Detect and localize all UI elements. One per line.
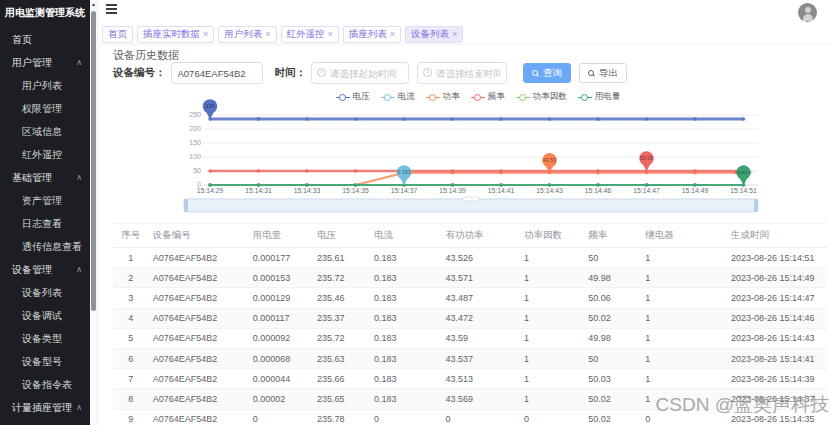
table-row: 9A0764EAF54B20235.7800050.0202023-08-26 …: [113, 409, 827, 425]
close-icon[interactable]: ×: [265, 29, 270, 39]
column-header: 频率: [584, 224, 641, 248]
x-tick-label: 15:14:31: [245, 187, 272, 194]
table-cell: 9: [113, 409, 149, 425]
search-button-label: 查询: [543, 67, 562, 80]
table-cell: 49.98: [584, 328, 641, 348]
sidebar-item[interactable]: 设备调试: [0, 304, 90, 327]
table-cell: 235.37: [313, 308, 370, 328]
sidebar-item[interactable]: 用户管理∧: [0, 51, 90, 74]
table-cell: 0: [441, 409, 520, 425]
data-point: [208, 183, 212, 187]
sidebar-item[interactable]: 用户列表: [0, 74, 90, 97]
tab[interactable]: 用户列表×: [218, 26, 276, 43]
table-cell: 50.02: [584, 308, 641, 328]
column-header: 功率因数: [520, 224, 584, 248]
table-cell: A0764EAF54B2: [149, 248, 249, 268]
column-header: 生成时间: [727, 224, 827, 248]
sidebar-item[interactable]: 设备列表: [0, 281, 90, 304]
tab[interactable]: 插座实时数据×: [137, 26, 214, 43]
table-cell: 3: [113, 288, 149, 308]
end-time-input[interactable]: [417, 62, 507, 84]
sidebar-item[interactable]: 资产管理: [0, 189, 90, 212]
marker-pin-电压: 236: [203, 99, 217, 119]
sidebar-item[interactable]: 计量插座管理∧: [0, 396, 90, 419]
table-cell: 0.00002: [249, 389, 313, 409]
table-cell: 0.000129: [249, 288, 313, 308]
hamburger-icon[interactable]: [106, 4, 117, 6]
table-cell: 2023-08-26 15:14:39: [727, 369, 827, 389]
table-cell: 235.66: [313, 369, 370, 389]
sidebar-item-label: 资产管理: [22, 195, 62, 206]
tab[interactable]: 设备列表×: [405, 26, 463, 43]
table-row: 1A0764EAF54B20.000177235.610.18343.52615…: [113, 248, 827, 268]
history-chart: 05010015020025015:14:2915:14:3115:14:331…: [178, 97, 778, 217]
sidebar-item[interactable]: 设备型号: [0, 350, 90, 373]
sidebar-item[interactable]: 透传信息查看: [0, 235, 90, 258]
sidebar-item[interactable]: 设备指令表: [0, 373, 90, 396]
tab-label: 用户列表: [224, 28, 262, 41]
data-point: [499, 169, 503, 173]
data-point: [645, 117, 649, 121]
table-cell: 235.72: [313, 328, 370, 348]
sidebar-item-label: 用户管理: [12, 57, 52, 68]
marker-label: 236: [206, 103, 215, 109]
search-button[interactable]: 查询: [523, 63, 571, 83]
table-cell: 0: [641, 409, 727, 425]
table-cell: 43.487: [441, 288, 520, 308]
table-cell: 1: [520, 308, 584, 328]
close-icon[interactable]: ×: [452, 29, 457, 39]
datazoom-slider[interactable]: [184, 197, 758, 212]
table-cell: 0.000044: [249, 369, 313, 389]
tab[interactable]: 红外遥控×: [281, 26, 339, 43]
sidebar-item[interactable]: 区域信息: [0, 120, 90, 143]
tab[interactable]: 插座列表×: [343, 26, 401, 43]
x-tick-label: 15:14:46: [585, 187, 612, 194]
table-cell: 0.183: [370, 248, 441, 268]
page-title: 设备历史数据: [113, 48, 179, 63]
close-icon[interactable]: ×: [203, 29, 208, 39]
column-header: 电流: [370, 224, 441, 248]
data-point: [208, 169, 212, 173]
sidebar-item[interactable]: 首页: [0, 28, 90, 51]
start-time-input[interactable]: [311, 62, 409, 84]
sidebar-item[interactable]: 日志查看: [0, 212, 90, 235]
data-point: [742, 117, 746, 121]
data-point: [305, 169, 309, 173]
sidebar-item[interactable]: 设备类型: [0, 327, 90, 350]
close-icon[interactable]: ×: [390, 29, 395, 39]
sidebar-item-label: 透传信息查看: [22, 241, 82, 252]
scrollbar-up-arrow-icon[interactable]: ▲: [90, 0, 97, 9]
close-icon[interactable]: ×: [328, 29, 333, 39]
table-header-row: 序号设备编号用电量电压电流有功功率功率因数频率继电器生成时间: [113, 224, 827, 248]
sidebar-item-label: 首页: [12, 34, 32, 45]
sidebar-item[interactable]: 基础管理∧: [0, 166, 90, 189]
table-cell: 0.000177: [249, 248, 313, 268]
sidebar-scrollbar[interactable]: ▲: [90, 0, 98, 425]
table-cell: 235.61: [313, 248, 370, 268]
tab[interactable]: 首页: [102, 26, 133, 43]
device-no-input[interactable]: [171, 62, 263, 84]
table-cell: 1: [641, 389, 727, 409]
table-cell: 1: [641, 268, 727, 288]
tab-label: 设备列表: [411, 28, 449, 41]
data-point: [499, 117, 503, 121]
sidebar-item-label: 设备调试: [22, 310, 62, 321]
table-cell: 0.183: [370, 389, 441, 409]
table-row: 8A0764EAF54B20.00002235.650.18343.569150…: [113, 389, 827, 409]
table-cell: 43.571: [441, 268, 520, 288]
tab-label: 首页: [108, 28, 127, 41]
sidebar-item[interactable]: 红外遥控: [0, 143, 90, 166]
sidebar-item[interactable]: 权限管理: [0, 97, 90, 120]
column-header: 有功功率: [441, 224, 520, 248]
scrollbar-thumb[interactable]: [91, 11, 96, 311]
export-button[interactable]: 导出: [579, 63, 627, 83]
avatar[interactable]: [798, 3, 817, 22]
table-cell: 1: [641, 328, 727, 348]
table-cell: 0.000153: [249, 268, 313, 288]
sidebar-item[interactable]: 设备管理∧: [0, 258, 90, 281]
table-cell: 235.46: [313, 288, 370, 308]
slider-notch: [463, 197, 479, 201]
marker-label: 0.183: [397, 169, 411, 175]
table-cell: 50.02: [584, 389, 641, 409]
table-cell: A0764EAF54B2: [149, 308, 249, 328]
